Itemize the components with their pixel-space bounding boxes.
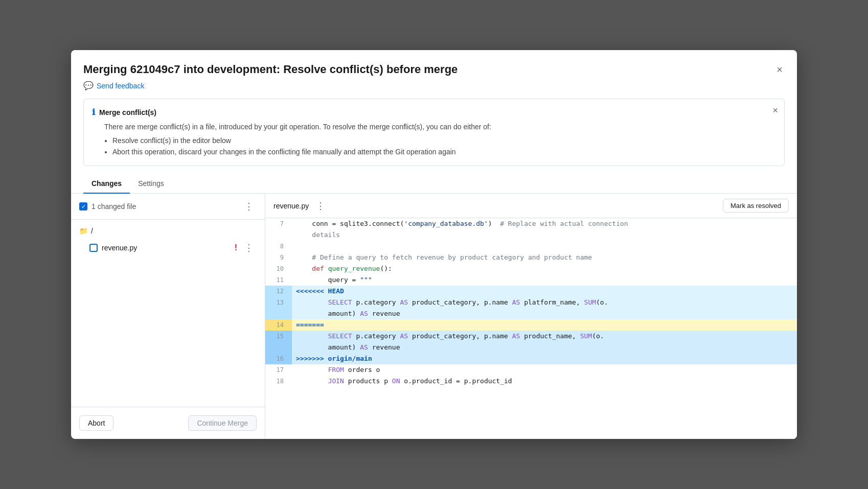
alert-bullet-1: Resolve conflict(s) in the editor below xyxy=(112,135,776,146)
file-name: revenue.py xyxy=(102,244,231,252)
tabs-bar: Changes Settings xyxy=(71,174,797,194)
code-line-8: 8 xyxy=(265,241,797,252)
code-line-9: 9 # Define a query to fetch revenue by p… xyxy=(265,252,797,263)
modal-title: Merging 621049c7 into development: Resol… xyxy=(83,62,458,77)
close-button[interactable]: × xyxy=(774,62,785,77)
right-panel: revenue.py ⋮ Mark as resolved 7 conn = s… xyxy=(265,194,797,439)
changed-files-label: 1 changed file xyxy=(79,202,136,211)
changed-files-header: 1 changed file ⋮ xyxy=(71,194,265,220)
file-checkbox[interactable] xyxy=(89,244,98,252)
editor-filename: revenue.py xyxy=(273,202,309,210)
code-line-18: 18 JOIN products p ON o.product_id = p.p… xyxy=(265,376,797,387)
code-line-15: 15 SELECT p.category AS product_category… xyxy=(265,331,797,342)
alert-bullets: Resolve conflict(s) in the editor below … xyxy=(104,135,776,158)
mark-resolved-button[interactable]: Mark as resolved xyxy=(723,199,789,213)
alert-header: ℹ Merge conflict(s) xyxy=(92,107,776,117)
code-line-17: 17 FROM orders o xyxy=(265,364,797,376)
feedback-label: Send feedback xyxy=(97,82,144,90)
alert-bullet-2: Abort this operation, discard your chang… xyxy=(112,146,776,157)
folder-icon: 📁 xyxy=(79,227,88,235)
files-menu-button[interactable]: ⋮ xyxy=(241,200,257,213)
abort-button[interactable]: Abort xyxy=(79,415,113,431)
code-line-7: 7 conn = sqlite3.connect('company_databa… xyxy=(265,218,797,229)
editor-header: revenue.py ⋮ Mark as resolved xyxy=(265,194,797,218)
code-line-15b: amount) AS revenue xyxy=(265,342,797,353)
code-line-14: 14 ======= xyxy=(265,319,797,331)
bottom-actions: Abort Continue Merge xyxy=(71,407,265,439)
code-line-11: 11 query = """ xyxy=(265,274,797,286)
merge-conflict-modal: Merging 621049c7 into development: Resol… xyxy=(71,50,797,439)
file-menu-button[interactable]: ⋮ xyxy=(241,241,257,254)
code-line-13b: amount) AS revenue xyxy=(265,308,797,319)
file-item-revenue[interactable]: revenue.py ! ⋮ xyxy=(71,238,265,258)
code-line-12: 12 <<<<<<< HEAD xyxy=(265,286,797,297)
code-editor[interactable]: 7 conn = sqlite3.connect('company_databa… xyxy=(265,218,797,439)
content-area: 1 changed file ⋮ 📁 / revenue.py ! ⋮ Abor… xyxy=(71,194,797,439)
files-checkbox[interactable] xyxy=(79,202,87,211)
tab-changes[interactable]: Changes xyxy=(83,174,130,194)
conflict-badge: ! xyxy=(235,243,237,252)
continue-merge-button[interactable]: Continue Merge xyxy=(188,415,257,431)
info-icon: ℹ xyxy=(92,107,95,117)
code-line-10: 10 def query_revenue(): xyxy=(265,263,797,274)
folder-item-root: 📁 / xyxy=(71,224,265,238)
file-tree: 📁 / revenue.py ! ⋮ xyxy=(71,220,265,407)
alert-description: There are merge conflict(s) in a file, i… xyxy=(104,123,491,131)
alert-body: There are merge conflict(s) in a file, i… xyxy=(92,121,776,157)
left-panel: 1 changed file ⋮ 📁 / revenue.py ! ⋮ Abor… xyxy=(71,194,265,439)
code-line-7b: details xyxy=(265,229,797,241)
feedback-link[interactable]: 💬 Send feedback xyxy=(71,77,797,99)
feedback-icon: 💬 xyxy=(83,81,94,90)
alert-box: ℹ Merge conflict(s) There are merge conf… xyxy=(83,99,785,166)
code-line-13: 13 SELECT p.category AS product_category… xyxy=(265,297,797,308)
alert-close-button[interactable]: × xyxy=(772,105,778,116)
alert-title: Merge conflict(s) xyxy=(99,108,156,117)
modal-header: Merging 621049c7 into development: Resol… xyxy=(71,50,797,77)
changed-files-count: 1 changed file xyxy=(92,202,136,211)
folder-name: / xyxy=(91,227,93,235)
code-line-16: 16 >>>>>>> origin/main xyxy=(265,353,797,364)
tab-settings[interactable]: Settings xyxy=(130,174,172,194)
editor-menu-button[interactable]: ⋮ xyxy=(313,199,328,213)
